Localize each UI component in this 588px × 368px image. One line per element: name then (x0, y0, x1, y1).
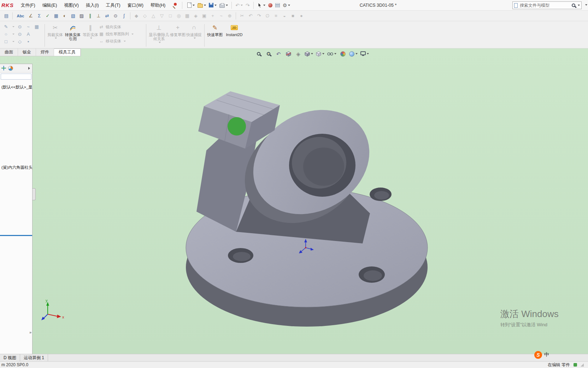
search-box[interactable] (512, 1, 582, 9)
dropdown-caret-icon[interactable] (355, 53, 358, 54)
dynamic-annotation-views-icon[interactable]: ◈ (294, 50, 302, 58)
linear-pattern-icon[interactable]: ▦ (183, 12, 192, 20)
dropdown-caret-icon[interactable] (322, 53, 324, 54)
feature-manager-panel[interactable]: (默认<<默认>_显 (簧)内六角圆柱头螺 » (0, 64, 33, 354)
rapid-sketch-button[interactable]: ✎ 快速草图 (207, 22, 223, 47)
offset-entities-button[interactable]: ∥ 等距实体 (82, 22, 99, 47)
tab-surfaces[interactable]: 曲面 (0, 48, 18, 56)
rollback-bar[interactable] (0, 235, 32, 236)
hole-wizard-icon[interactable]: ◎ (175, 12, 183, 20)
dropdown-caret-icon[interactable] (90, 38, 92, 39)
reference-geometry-icon[interactable]: + (208, 12, 217, 20)
resize-grip-icon[interactable] (581, 363, 584, 367)
diameter-tool-icon[interactable]: ∅ (263, 12, 272, 20)
undo-tool-icon[interactable]: ↶ (246, 12, 255, 20)
dropdown-caret-icon[interactable] (159, 42, 161, 43)
dropdown-caret-icon[interactable] (288, 5, 290, 6)
equations-icon[interactable]: ∫ (120, 12, 128, 20)
section-view-icon[interactable] (284, 50, 293, 58)
circular-pattern-icon[interactable]: ◈ (192, 12, 200, 20)
trim-tool-icon[interactable]: ✂ (238, 12, 246, 20)
sketch-mini-tool-icon[interactable]: ~ (25, 23, 31, 30)
search-input[interactable] (519, 2, 570, 8)
solid-tool-icon[interactable]: ■ (289, 12, 297, 20)
tab-sheet-metal[interactable]: 钣金 (18, 48, 36, 56)
expand-panel-icon[interactable] (28, 67, 30, 70)
configuration-tab-icon[interactable] (8, 66, 13, 71)
dropdown-caret-icon[interactable] (204, 5, 206, 6)
dropdown-caret-icon[interactable] (311, 53, 313, 54)
save-button[interactable] (208, 1, 218, 10)
thickness-analysis-icon[interactable]: ∥ (86, 12, 94, 20)
display-style-icon[interactable] (315, 50, 325, 58)
move-entities-button[interactable]: ↔ 移动实体 (99, 38, 144, 44)
menu-insert[interactable]: 插入(I) (82, 0, 102, 11)
bolt-hole[interactable] (359, 266, 385, 283)
sketch-mini-tool-icon[interactable]: ⊙ (17, 23, 23, 30)
feature-tree-tab-icon[interactable] (1, 65, 6, 71)
bolt-hole[interactable] (228, 248, 253, 263)
zoom-area-icon[interactable] (264, 50, 273, 58)
graphics-area[interactable]: x y 曲面 钣金 焊件 模具工具 ↶ ◈ (0, 48, 588, 354)
menu-view[interactable]: 视图(V) (60, 0, 82, 11)
mirror-feature-icon[interactable]: ▣ (200, 12, 208, 20)
undo-button[interactable]: ↶ (234, 1, 244, 10)
sketch-mini-tool-icon[interactable]: ▪ (25, 38, 31, 45)
dropdown-caret-icon[interactable] (55, 38, 57, 39)
draft-analysis-icon[interactable]: ▧ (69, 12, 77, 20)
fillet-icon[interactable]: ◆ (132, 12, 141, 20)
ime-indicator[interactable]: S 中 (534, 351, 549, 359)
tab-weldments[interactable]: 焊件 (36, 48, 54, 56)
view-settings-icon[interactable] (360, 50, 370, 58)
panel-splitter-handle[interactable] (33, 188, 36, 200)
sketch-mini-tool-icon[interactable]: ⊙ (17, 31, 23, 37)
zoom-fit-icon[interactable] (254, 50, 263, 58)
linear-sketch-pattern-button[interactable]: ▦ 线性草图阵列 (99, 31, 144, 37)
rib-icon[interactable]: △ (149, 12, 158, 20)
new-document-button[interactable] (186, 1, 196, 10)
chamfer-icon[interactable]: ◇ (141, 12, 149, 20)
apply-scene-icon[interactable] (348, 50, 358, 58)
dropdown-caret-icon[interactable] (131, 34, 134, 35)
bolt-hole[interactable] (370, 188, 392, 201)
search-dropdown-caret-icon[interactable] (578, 5, 580, 6)
check-icon[interactable]: ✓ (43, 12, 52, 20)
display-delete-relations-button[interactable]: ⊥ 显示/删除几何关系 (148, 22, 170, 47)
pin-menu-icon[interactable] (172, 2, 177, 8)
geometry-analysis-icon[interactable]: ⊥ (94, 12, 103, 20)
spell-check-icon[interactable]: Abc (14, 12, 27, 20)
tree-filter-input[interactable] (1, 74, 31, 80)
sketch-mini-tool-icon[interactable]: A (25, 31, 31, 37)
open-document-button[interactable] (196, 1, 207, 10)
sketch-mini-tool-icon[interactable]: ✎ (3, 23, 9, 30)
menu-tools[interactable]: 工具(T) (102, 0, 124, 11)
dropdown-caret-icon[interactable] (226, 5, 228, 6)
compare-icon[interactable]: ⇄ (103, 12, 111, 20)
redo-button[interactable]: ↷ (245, 1, 251, 10)
curves-icon[interactable]: ~ (217, 12, 225, 20)
point-tool-icon[interactable]: ● (297, 12, 306, 20)
previous-view-icon[interactable]: ↶ (274, 50, 283, 58)
sketch-mini-tool-icon[interactable]: ○ (3, 31, 9, 37)
dropdown-caret-icon[interactable] (214, 5, 217, 6)
view-orientation-icon[interactable] (304, 50, 314, 58)
dropdown-caret-icon[interactable] (194, 38, 196, 39)
sensor-icon[interactable]: ⊙ (111, 12, 120, 20)
tab-mold-tools[interactable]: 模具工具 (54, 48, 81, 56)
dropdown-caret-icon[interactable] (367, 53, 369, 54)
hide-show-items-icon[interactable] (327, 50, 337, 58)
dropdown-caret-icon[interactable] (193, 5, 195, 6)
scroll-right-icon[interactable]: » (29, 330, 31, 334)
shaded-tool-icon[interactable]: ◒ (280, 12, 289, 20)
quick-snaps-button[interactable]: ∩ 快速捕捉 (186, 22, 202, 47)
draft-icon[interactable]: ▽ (158, 12, 166, 20)
curvature-icon[interactable]: ◐ (60, 12, 69, 20)
dropdown-caret-icon[interactable] (241, 5, 243, 6)
repair-sketch-button[interactable]: + 修复草图 (170, 22, 186, 47)
sketch-mini-tool-icon[interactable]: ▦ (34, 23, 40, 30)
toolbar-overflow-caret-icon[interactable] (585, 4, 587, 6)
mass-properties-icon[interactable]: Σ (35, 12, 43, 20)
trim-entities-button[interactable]: ✂ 剪裁实体 (47, 22, 63, 47)
selection-point[interactable] (228, 117, 246, 136)
menu-window[interactable]: 窗口(W) (124, 0, 147, 11)
